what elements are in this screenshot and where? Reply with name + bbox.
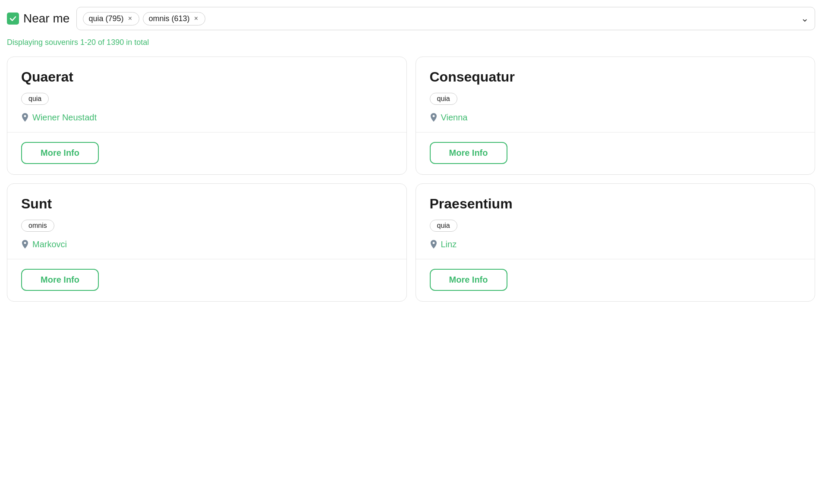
near-me-filter[interactable]: Near me — [7, 12, 69, 25]
card-consequatur-more-info-button[interactable]: More Info — [430, 142, 507, 164]
filter-tag-quia-remove[interactable]: × — [126, 15, 134, 22]
filter-tag-quia[interactable]: quia (795) × — [83, 12, 139, 25]
filter-dropdown[interactable]: quia (795) × omnis (613) × ⌄ — [76, 7, 815, 30]
filter-tag-omnis[interactable]: omnis (613) × — [143, 12, 205, 25]
card-consequatur-location-text: Vienna — [441, 113, 468, 123]
dropdown-arrow-icon[interactable]: ⌄ — [801, 13, 809, 24]
card-sunt-location-text: Markovci — [32, 239, 67, 249]
card-quaerat: Quaerat quia Wiener Neustadt More Info — [7, 57, 407, 175]
card-consequatur: Consequatur quia Vienna More Info — [416, 57, 816, 175]
card-sunt-location: Markovci — [21, 239, 393, 249]
card-sunt-top: Sunt omnis Markovci — [7, 184, 406, 259]
filter-tag-omnis-label: omnis (613) — [148, 14, 189, 23]
cards-grid: Quaerat quia Wiener Neustadt More Info C… — [7, 57, 815, 302]
card-consequatur-title: Consequatur — [430, 69, 801, 85]
card-consequatur-bottom: More Info — [416, 132, 815, 174]
checkmark-icon — [9, 15, 17, 22]
card-quaerat-location-text: Wiener Neustadt — [32, 113, 97, 123]
card-sunt-title: Sunt — [21, 196, 393, 212]
card-praesentium-location-text: Linz — [441, 239, 457, 249]
filter-tag-omnis-remove[interactable]: × — [192, 15, 200, 22]
card-quaerat-top: Quaerat quia Wiener Neustadt — [7, 57, 406, 132]
card-consequatur-tag: quia — [430, 93, 457, 105]
location-pin-icon — [430, 113, 438, 123]
card-consequatur-top: Consequatur quia Vienna — [416, 57, 815, 132]
near-me-label: Near me — [23, 12, 69, 25]
location-pin-icon — [21, 240, 29, 249]
card-praesentium-title: Praesentium — [430, 196, 801, 212]
card-quaerat-tag: quia — [21, 93, 49, 105]
card-praesentium-more-info-button[interactable]: More Info — [430, 269, 507, 291]
card-sunt-more-info-button[interactable]: More Info — [21, 269, 99, 291]
location-pin-icon — [430, 240, 438, 249]
card-praesentium-bottom: More Info — [416, 259, 815, 301]
card-consequatur-location: Vienna — [430, 113, 801, 123]
card-quaerat-title: Quaerat — [21, 69, 393, 85]
card-quaerat-more-info-button[interactable]: More Info — [21, 142, 99, 164]
header-row: Near me quia (795) × omnis (613) × ⌄ — [7, 7, 815, 30]
card-praesentium-tag: quia — [430, 220, 457, 232]
card-praesentium-top: Praesentium quia Linz — [416, 184, 815, 259]
filter-tags: quia (795) × omnis (613) × — [83, 12, 797, 25]
card-praesentium: Praesentium quia Linz More Info — [416, 183, 816, 302]
card-praesentium-location: Linz — [430, 239, 801, 249]
display-info: Displaying souvenirs 1-20 of 1390 in tot… — [7, 38, 815, 47]
card-sunt-tag: omnis — [21, 220, 54, 232]
location-pin-icon — [21, 113, 29, 123]
filter-tag-quia-label: quia (795) — [88, 14, 123, 23]
near-me-checkbox[interactable] — [7, 13, 19, 25]
card-sunt: Sunt omnis Markovci More Info — [7, 183, 407, 302]
card-sunt-bottom: More Info — [7, 259, 406, 301]
card-quaerat-bottom: More Info — [7, 132, 406, 174]
card-quaerat-location: Wiener Neustadt — [21, 113, 393, 123]
